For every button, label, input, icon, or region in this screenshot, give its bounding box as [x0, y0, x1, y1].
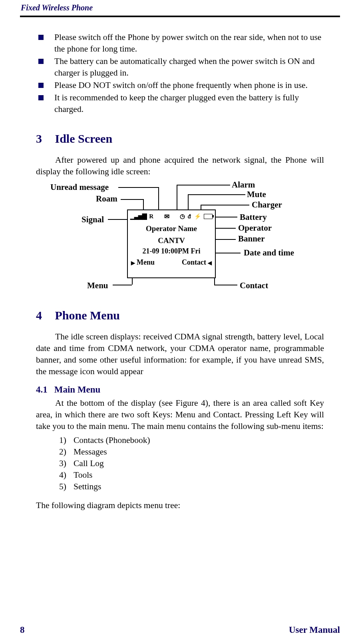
- screen-banner-row: CANTV: [128, 235, 215, 247]
- content-area: Please switch off the Phone by power swi…: [36, 32, 324, 511]
- section-3-title: Idle Screen: [55, 132, 113, 145]
- page: Fixed Wireless Phone Please switch off t…: [0, 0, 360, 644]
- label-operator: Operator: [238, 223, 272, 233]
- page-number: 8: [20, 625, 25, 635]
- section-3-number: 3: [36, 132, 52, 146]
- bullet-item: It is recommended to keep the charger pl…: [36, 92, 324, 115]
- leader-line: [214, 278, 215, 285]
- section-4-1-heading: 4.1 Main Menu: [36, 385, 324, 395]
- label-charger: Charger: [252, 200, 282, 210]
- list-item-text: Contacts (Phonebook): [74, 435, 150, 445]
- leader-line: [113, 285, 132, 285]
- label-battery: Battery: [240, 212, 267, 222]
- doc-header-title: Fixed Wireless Phone: [20, 0, 340, 16]
- bullet-item: Please DO NOT switch on/off the phone fr…: [36, 80, 324, 91]
- leader-line: [143, 199, 144, 210]
- list-item-number: 4): [59, 469, 74, 481]
- list-item: 2)Messages: [59, 446, 324, 458]
- battery-icon: [204, 214, 213, 219]
- list-item: 1)Contacts (Phonebook): [59, 435, 324, 446]
- section-4-title: Phone Menu: [55, 309, 120, 322]
- section-4-1-number: 4.1: [36, 385, 52, 395]
- roam-icon: [149, 213, 153, 220]
- leader-line: [188, 194, 245, 195]
- section-4-intro-text: The idle screen displays: received CDMA …: [36, 332, 324, 376]
- charger-icon: ⚡: [194, 213, 201, 220]
- phone-screen: ▁▃▅▇ ✉ ◷ ᵭ ⚡ Operator Name CANTV 21-09 1…: [127, 209, 216, 278]
- leader-line: [216, 228, 236, 229]
- leader-line: [132, 278, 133, 285]
- softkey-left: Menu: [131, 258, 155, 267]
- section-4-1-title: Main Menu: [54, 385, 101, 395]
- section-4-heading: 4 Phone Menu: [36, 309, 324, 322]
- section-4-intro: The idle screen displays: received CDMA …: [36, 331, 324, 377]
- label-mute: Mute: [247, 189, 266, 199]
- leader-line: [214, 285, 237, 285]
- section-3-intro-text: After powered up and phone acquired the …: [36, 155, 324, 176]
- label-signal: Signal: [82, 215, 104, 225]
- label-date-time: Date and time: [244, 248, 294, 258]
- bullet-item: Please switch off the Phone by power swi…: [36, 32, 324, 55]
- label-roam: Roam: [96, 194, 117, 204]
- alarm-icon: ◷: [180, 213, 185, 220]
- label-banner: Banner: [238, 234, 265, 244]
- screen-operator-row: Operator Name: [128, 223, 215, 235]
- bullet-item: The battery can be automatically charged…: [36, 56, 324, 79]
- leader-line: [188, 194, 189, 210]
- list-item-number: 1): [59, 435, 74, 446]
- leader-line: [118, 187, 158, 188]
- header-divider: [20, 16, 340, 17]
- page-footer: 8 User Manual: [20, 625, 340, 635]
- list-item-text: Settings: [74, 482, 101, 491]
- leader-line: [201, 205, 249, 205]
- leader-line: [108, 219, 127, 220]
- status-icon-row: ▁▃▅▇ ✉ ◷ ᵭ ⚡: [128, 210, 215, 223]
- label-menu: Menu: [87, 281, 108, 291]
- label-unread-message: Unread message: [50, 182, 109, 192]
- message-icon: ✉: [164, 213, 169, 220]
- leader-line: [177, 185, 230, 185]
- label-contact: Contact: [240, 281, 268, 291]
- leader-line: [121, 199, 143, 200]
- leader-line: [177, 185, 177, 210]
- leader-line: [216, 239, 236, 240]
- section-4-number: 4: [36, 309, 52, 322]
- list-item-text: Tools: [74, 470, 92, 480]
- section-4-1-para-text: At the bottom of the display (see Figure…: [36, 398, 324, 431]
- footer-label: User Manual: [289, 625, 340, 635]
- list-item-text: Call Log: [74, 459, 104, 468]
- main-menu-list: 1)Contacts (Phonebook) 2)Messages 3)Call…: [59, 435, 324, 492]
- label-alarm: Alarm: [232, 180, 255, 190]
- leader-line: [158, 187, 159, 210]
- list-item: 3)Call Log: [59, 458, 324, 469]
- signal-icon: ▁▃▅▇: [130, 213, 146, 220]
- softkey-right: Contact: [182, 258, 212, 267]
- leader-line: [216, 253, 241, 253]
- section-4-1-para: At the bottom of the display (see Figure…: [36, 397, 324, 432]
- section-4-1-trailer: The following diagram depicts menu tree:: [36, 500, 324, 511]
- screen-softkey-row: Menu Contact: [128, 256, 215, 267]
- intro-bullet-list: Please switch off the Phone by power swi…: [36, 32, 324, 115]
- screen-datetime-row: 21-09 10:00PM Fri: [128, 247, 215, 256]
- section-3-heading: 3 Idle Screen: [36, 132, 324, 146]
- idle-screen-diagram: Unread message Roam Signal Menu Alarm Mu…: [44, 180, 308, 292]
- list-item-number: 3): [59, 458, 74, 469]
- section-3-intro: After powered up and phone acquired the …: [36, 154, 324, 177]
- list-item-number: 5): [59, 481, 74, 492]
- list-item: 5)Settings: [59, 481, 324, 492]
- list-item-number: 2): [59, 446, 74, 458]
- list-item-text: Messages: [74, 447, 107, 457]
- list-item: 4)Tools: [59, 469, 324, 481]
- mute-icon: ᵭ: [188, 213, 191, 220]
- leader-line: [216, 217, 237, 217]
